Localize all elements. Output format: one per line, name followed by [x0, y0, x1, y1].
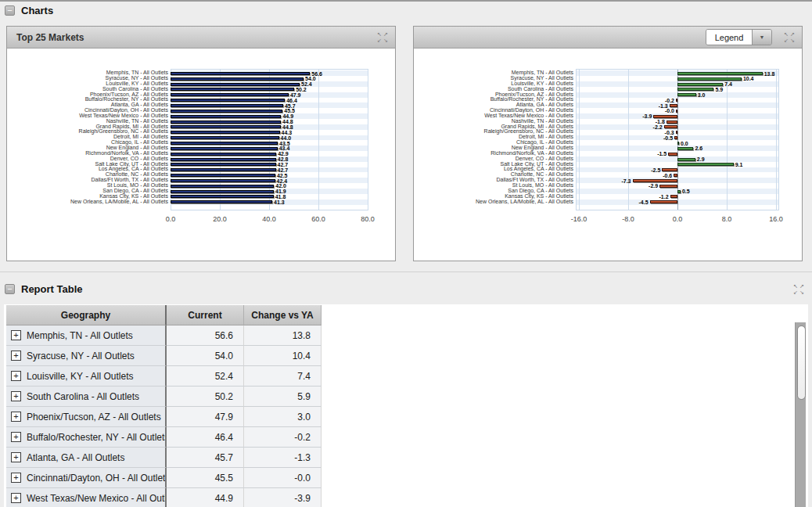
chart-bar[interactable]: [171, 168, 276, 171]
chart-bar[interactable]: [171, 195, 274, 198]
current-cell: 52.4: [167, 366, 244, 387]
chart-value-label: 41.3: [274, 200, 285, 205]
expand-arrow-glyph: ↖: [376, 31, 383, 38]
table-row[interactable]: +Cincinnati/Dayton, OH - All Outlets45.5…: [6, 468, 322, 488]
chart-bar[interactable]: [171, 125, 281, 128]
chart-bar[interactable]: [674, 174, 677, 177]
table-row[interactable]: +Phoenix/Tucson, AZ - All Outlets47.93.0: [6, 407, 322, 427]
chart-bar[interactable]: [171, 93, 289, 96]
expand-row-button[interactable]: +: [11, 330, 21, 340]
geography-cell: +West Texas/New Mexico - All Outlets: [6, 488, 167, 507]
chart-bar[interactable]: [171, 104, 283, 107]
expand-row-button[interactable]: +: [11, 391, 21, 401]
chart-bar[interactable]: [677, 158, 695, 161]
chart-bar[interactable]: [674, 136, 677, 139]
expand-row-button[interactable]: +: [11, 432, 21, 442]
chart-bar[interactable]: [677, 72, 763, 75]
table-header-cell[interactable]: Change vs YA: [244, 305, 322, 325]
chart-bar[interactable]: [676, 99, 677, 102]
expand-row-button[interactable]: +: [11, 351, 21, 361]
chart-bar[interactable]: [171, 190, 274, 193]
table-row[interactable]: +Atlanta, GA - All Outlets45.7-1.3: [6, 448, 322, 468]
chart-bar[interactable]: [677, 88, 713, 91]
chart-bar[interactable]: [171, 83, 300, 86]
chart-bar[interactable]: [171, 99, 285, 102]
chart-bar[interactable]: [664, 125, 677, 128]
chart-value-label: 0.5: [682, 189, 690, 194]
chart-bar[interactable]: [171, 72, 310, 75]
chart-bar[interactable]: [171, 88, 294, 91]
table-row[interactable]: +South Carolina - All Outlets50.25.9: [6, 387, 322, 407]
chart-value-label: -3.9: [642, 113, 652, 119]
expand-row-button[interactable]: +: [11, 452, 21, 462]
chart-bar[interactable]: [633, 179, 677, 182]
chart-bar[interactable]: [171, 163, 276, 166]
chart-value-label: 3.0: [698, 92, 706, 98]
chart-bar[interactable]: [171, 174, 275, 177]
chart-bar[interactable]: [677, 93, 696, 96]
chart-bar[interactable]: [171, 120, 281, 124]
chart-gridline: [776, 70, 777, 210]
expand-arrow-glyph: ↙: [376, 38, 383, 44]
chart-value-label: -4.5: [639, 200, 649, 205]
chart-bar[interactable]: [171, 200, 272, 203]
table-row[interactable]: +Louisville, KY - All Outlets52.47.4: [6, 366, 322, 387]
chart-bar[interactable]: [659, 185, 677, 188]
expand-row-button[interactable]: +: [11, 371, 21, 381]
table-header-cell[interactable]: Geography: [6, 305, 167, 325]
current-cell: 50.2: [167, 387, 244, 407]
chart-bar[interactable]: [171, 179, 275, 182]
axis-tick-label: 80.0: [361, 215, 375, 223]
collapse-report-table-icon[interactable]: −: [5, 284, 15, 294]
chart-bar[interactable]: [171, 142, 278, 145]
chart-bar[interactable]: [650, 200, 677, 203]
chart-bar[interactable]: [653, 115, 677, 118]
axis-tick-label: 20.0: [213, 215, 227, 223]
chart-bar[interactable]: [171, 115, 281, 118]
table-scrollbar-track[interactable]: [795, 322, 806, 507]
chart-bar[interactable]: [666, 120, 677, 124]
chart-bar[interactable]: [171, 147, 278, 150]
axis-tick-label: 16.0: [769, 215, 783, 223]
chart-bar[interactable]: [171, 131, 280, 134]
expand-row-button[interactable]: +: [11, 412, 21, 422]
chart-bar[interactable]: [171, 153, 276, 156]
expand-row-button[interactable]: +: [11, 493, 21, 503]
chart-bar[interactable]: [670, 195, 677, 198]
geography-cell: +Buffalo/Rochester, NY - All Outlets: [6, 427, 167, 448]
chart-bar[interactable]: [171, 136, 279, 139]
table-row[interactable]: +Memphis, TN - All Outlets56.613.8: [6, 325, 322, 346]
chevron-down-icon[interactable]: ▼: [752, 30, 771, 45]
expand-icon[interactable]: ↖↗↙↘: [376, 31, 389, 44]
chart-bar[interactable]: [171, 110, 282, 113]
expand-icon[interactable]: ↖↗↙↘: [783, 31, 796, 44]
chart-bar[interactable]: [662, 168, 677, 171]
chart-bar[interactable]: [677, 163, 734, 166]
chart-bar[interactable]: [171, 77, 304, 81]
table-header-cell[interactable]: Current: [167, 305, 244, 325]
legend-dropdown[interactable]: Legend ▼: [706, 29, 772, 45]
chart-bar[interactable]: [676, 131, 677, 134]
expand-row-button[interactable]: +: [11, 473, 21, 483]
table-row[interactable]: +West Texas/New Mexico - All Outlets44.9…: [6, 488, 322, 507]
chart-value-label: 2.6: [695, 146, 702, 151]
chart-bar[interactable]: [677, 147, 693, 150]
chart-bar[interactable]: [670, 104, 677, 107]
chart-bar[interactable]: [677, 190, 681, 193]
current-cell: 46.4: [167, 427, 244, 448]
chart-value-label: -2.9: [649, 183, 658, 189]
expand-icon[interactable]: ↖↗↙↘: [792, 283, 805, 296]
chart-bar[interactable]: [171, 185, 274, 188]
chart-bar[interactable]: [171, 158, 276, 161]
table-row[interactable]: +Buffalo/Rochester, NY - All Outlets46.4…: [6, 427, 322, 448]
collapse-charts-icon[interactable]: −: [5, 5, 15, 16]
chart-value-label: 5.9: [715, 87, 723, 92]
chart-bar[interactable]: [677, 77, 742, 81]
table-scrollbar-thumb[interactable]: [797, 325, 806, 400]
table-row[interactable]: +Syracuse, NY - All Outlets54.010.4: [6, 346, 322, 366]
chart-bar[interactable]: [676, 110, 677, 113]
chart-bar[interactable]: [668, 153, 677, 156]
current-cell: 44.9: [167, 488, 244, 507]
chart-bar[interactable]: [677, 83, 723, 86]
chart-bar[interactable]: [677, 142, 679, 145]
